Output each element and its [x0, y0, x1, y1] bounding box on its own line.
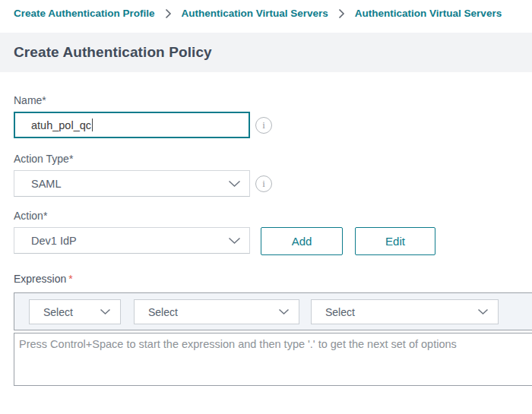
- chevron-right-icon: [165, 8, 172, 19]
- expression-select-3[interactable]: Select: [311, 299, 499, 324]
- expression-select-3-value: Select: [325, 306, 355, 318]
- action-type-label: Action Type*: [14, 153, 73, 165]
- page-title: Create Authentication Policy: [14, 44, 212, 61]
- chevron-right-icon: [338, 8, 345, 19]
- chevron-down-icon: [477, 308, 489, 315]
- expression-select-1-value: Select: [43, 306, 73, 318]
- add-button[interactable]: Add: [261, 227, 343, 255]
- breadcrumb-link-authentication-virtual-servers[interactable]: Authentication Virtual Servers: [182, 8, 328, 19]
- required-asterisk: *: [68, 273, 72, 285]
- breadcrumb: Create Authentication Profile Authentica…: [14, 8, 532, 19]
- name-label: Name*: [14, 94, 46, 106]
- action-select[interactable]: Dev1 IdP: [14, 227, 250, 254]
- create-authentication-policy-page: Create Authentication Profile Authentica…: [0, 0, 532, 414]
- expression-select-1[interactable]: Select: [29, 299, 121, 324]
- action-type-selected-value: SAML: [31, 178, 62, 190]
- action-label: Action*: [14, 210, 47, 222]
- breadcrumb-link-create-authentication-profile[interactable]: Create Authentication Profile: [14, 8, 155, 19]
- expression-label: Expression*: [14, 273, 73, 285]
- chevron-down-icon: [228, 180, 241, 188]
- action-selected-value: Dev1 IdP: [31, 235, 77, 247]
- expression-select-2[interactable]: Select: [134, 299, 299, 324]
- name-input[interactable]: atuh_pol_qc: [14, 112, 250, 138]
- expression-editor[interactable]: [14, 333, 532, 386]
- name-input-value: atuh_pol_qc: [31, 119, 91, 131]
- edit-button[interactable]: Edit: [355, 227, 435, 255]
- text-caret: [92, 119, 93, 131]
- chevron-down-icon: [228, 237, 241, 245]
- chevron-down-icon: [100, 308, 111, 315]
- breadcrumb-link-authentication-virtual-servers-2[interactable]: Authentication Virtual Servers: [355, 8, 502, 19]
- expression-select-2-value: Select: [148, 306, 178, 318]
- action-type-info-icon[interactable]: i: [255, 175, 272, 192]
- expression-builder-toolbar: Select Select Select: [14, 292, 532, 330]
- chevron-down-icon: [278, 308, 290, 315]
- action-type-select[interactable]: SAML: [14, 170, 250, 197]
- title-band: Create Authentication Policy: [0, 33, 532, 72]
- name-info-icon[interactable]: i: [255, 117, 272, 134]
